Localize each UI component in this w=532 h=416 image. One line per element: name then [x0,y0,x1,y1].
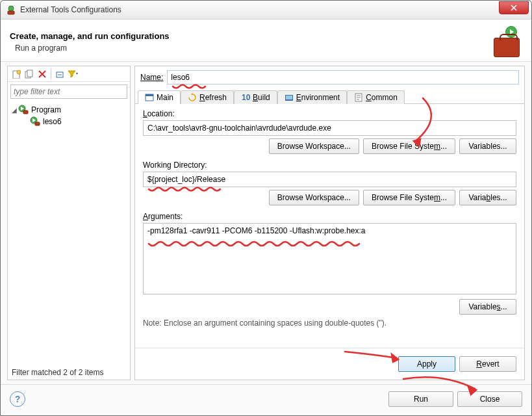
svg-rect-12 [146,94,153,96]
app-icon [6,5,16,15]
dialog-header: Create, manage, and run configurations R… [1,20,531,62]
dialog-footer: ? Run Close [1,384,531,413]
window-title: External Tools Configurations [20,5,499,14]
apply-button[interactable]: Apply [398,356,455,372]
tree-item-leso6[interactable]: leso6 [30,116,126,127]
tab-label: Environment [296,93,340,102]
tree-label: leso6 [43,117,62,126]
window-close-button[interactable] [499,1,529,14]
close-button[interactable]: Close [457,391,522,407]
variables-button[interactable]: Variables... [459,299,516,315]
build-icon: 101 [241,93,250,102]
common-icon [354,93,363,102]
arguments-label: Arguments: [143,212,516,221]
filter-input[interactable] [10,84,127,99]
collapse-all-button[interactable] [54,68,66,80]
svg-rect-15 [286,96,292,99]
svg-rect-10 [35,122,40,125]
environment-icon [285,93,294,102]
tab-main-content: Location: Browse Workspace... Browse Fil… [135,104,524,348]
tree-label: Program [31,105,61,114]
header-subtitle: Run a program [15,44,486,53]
browse-workspace-button[interactable]: Browse Workspace... [269,190,359,205]
tab-label: Main [157,93,173,102]
expand-caret-icon[interactable]: ◢ [12,107,18,114]
revert-button[interactable]: Revert [459,356,516,372]
filter-dropdown-button[interactable] [67,68,79,80]
svg-point-3 [17,70,21,74]
browse-filesystem-button[interactable]: Browse File System... [363,138,455,154]
tab-refresh[interactable]: Refresh [181,90,234,104]
tab-label: Common [366,93,398,102]
help-button[interactable]: ? [10,391,25,407]
location-input[interactable] [143,120,516,136]
svg-text:101: 101 [242,93,250,102]
location-label: Location: [143,109,516,118]
header-graphic [486,26,520,57]
svg-rect-8 [23,110,28,114]
name-input[interactable] [167,70,519,84]
tab-label: Build [253,93,270,102]
name-label: Name: [140,73,163,82]
new-config-button[interactable] [10,68,22,80]
titlebar[interactable]: External Tools Configurations [1,1,531,20]
browse-workspace-button[interactable]: Browse Workspace... [269,138,359,154]
main-tab-icon [145,93,154,102]
header-title: Create, manage, and run configurations [10,31,486,41]
browse-filesystem-button[interactable]: Browse File System... [363,190,455,205]
run-icon [30,116,40,127]
tab-environment[interactable]: Environment [277,90,347,104]
delete-config-button[interactable] [36,68,48,80]
tab-build[interactable]: 101 Build [234,90,277,104]
tree-toolbar [8,66,130,82]
svg-point-0 [8,6,14,11]
working-directory-label: Working Directory: [143,161,516,170]
run-icon [18,105,29,115]
run-button[interactable]: Run [388,391,453,407]
duplicate-config-button[interactable] [23,68,35,80]
configurations-tree-pane: ◢ Program leso6 Filter matched 2 of 2 it… [7,66,131,380]
tab-main[interactable]: Main [138,90,181,104]
tab-bar: Main Refresh 101 Build Environment Commo… [135,88,524,104]
tab-label: Refresh [199,93,227,102]
svg-rect-1 [8,11,14,14]
filter-status: Filter matched 2 of 2 items [8,365,130,380]
config-tree[interactable]: ◢ Program leso6 [8,101,130,365]
configuration-editor: Name: Main Refresh 101 Build En [134,66,525,380]
working-directory-input[interactable] [143,172,516,187]
tree-item-program[interactable]: ◢ Program [12,104,126,116]
tab-common[interactable]: Common [347,90,405,104]
variables-button[interactable]: Variables... [459,138,516,154]
arguments-note: Note: Enclose an argument containing spa… [143,318,516,328]
variables-button[interactable]: Variables... [459,190,516,205]
svg-rect-5 [27,70,32,77]
refresh-icon [188,93,197,102]
arguments-textarea[interactable]: -pm128rfa1 -cavr911 -PCOM6 -b115200 -Ufl… [143,223,516,294]
